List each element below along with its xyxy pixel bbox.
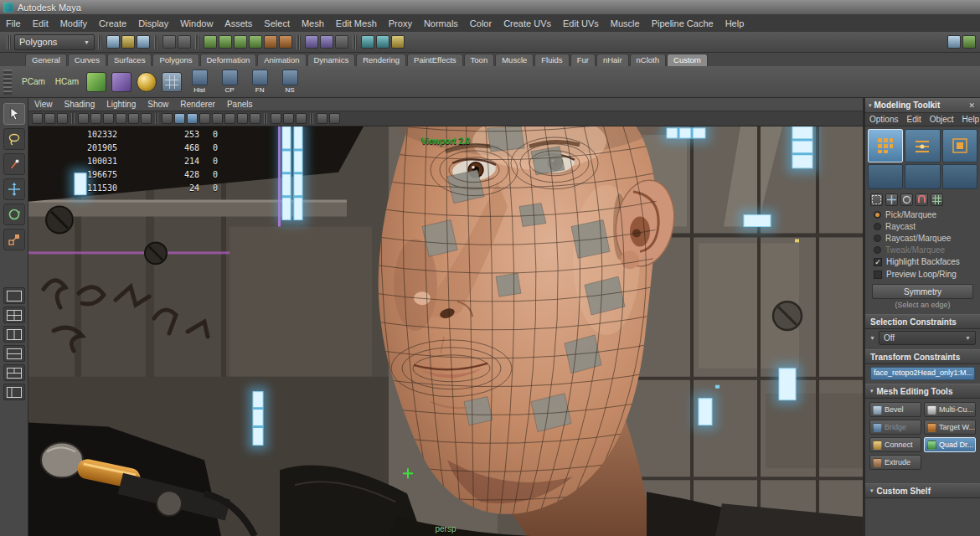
safe-action-icon[interactable]	[128, 113, 139, 124]
shelf-item-hcam[interactable]: HCam	[50, 77, 84, 86]
open-scene-icon[interactable]	[121, 35, 135, 49]
textured-mode-icon[interactable]	[187, 113, 198, 124]
outliner-split-layout-button[interactable]	[3, 384, 25, 400]
mode-tweak-marquee[interactable]: Tweak/Marquee	[865, 244, 980, 255]
menu-normals[interactable]: Normals	[418, 15, 464, 32]
mode-raycast-marquee[interactable]: Raycast/Marquee	[865, 232, 980, 244]
snap-grid-icon[interactable]	[204, 35, 217, 49]
shelf-script-icon[interactable]	[86, 72, 106, 92]
title-bar[interactable]: Autodesk Maya	[0, 0, 980, 15]
panel-menu-shading[interactable]: Shading	[59, 100, 101, 109]
shelf-item-pcam[interactable]: PCam	[17, 77, 50, 86]
marquee-select-icon[interactable]	[870, 193, 883, 206]
two-pane-side-layout-button[interactable]	[3, 326, 25, 343]
menu-create[interactable]: Create	[93, 15, 132, 32]
preview-loop-ring-checkbox[interactable]: Preview Loop/Ring	[865, 268, 980, 281]
constraint-expand-icon[interactable]: ▼	[869, 335, 875, 341]
ipr-render-icon[interactable]	[376, 35, 389, 49]
close-icon[interactable]: ✕	[967, 101, 977, 110]
four-pane-layout-button[interactable]	[3, 307, 25, 323]
exposure-icon[interactable]	[317, 113, 328, 124]
shelf-tab-fluids[interactable]: Fluids	[534, 54, 569, 66]
lasso-tool-icon[interactable]	[3, 128, 25, 150]
shelf-tab-nhair[interactable]: nHair	[596, 54, 629, 66]
section-transform-constraints[interactable]: Transform Constraints	[865, 349, 980, 364]
scale-tool-icon[interactable]	[3, 229, 25, 250]
statusline-grip[interactable]	[297, 35, 301, 49]
use-all-lights-icon[interactable]	[199, 113, 210, 124]
statusline-grip[interactable]	[98, 35, 102, 49]
menu-display[interactable]: Display	[132, 15, 174, 32]
viewport-canvas[interactable]: 1023322530 2019054680 1000312140 1966754…	[28, 126, 863, 536]
construction-history-icon[interactable]	[335, 35, 348, 49]
collapse-icon[interactable]: ▾	[869, 102, 872, 109]
save-scene-icon[interactable]	[137, 35, 150, 49]
isolate-select-icon[interactable]	[296, 113, 307, 124]
menu-create-uvs[interactable]: Create UVs	[498, 15, 557, 32]
snap-surface-icon[interactable]	[264, 35, 277, 49]
object-mode-button[interactable]	[905, 164, 940, 189]
menu-modify[interactable]: Modify	[54, 15, 93, 32]
menu-edit-uvs[interactable]: Edit UVs	[557, 15, 605, 32]
constraint-dropdown[interactable]: Off ▼	[879, 331, 976, 345]
wireframe-mode-icon[interactable]	[162, 113, 173, 124]
snap-view-plane-icon[interactable]	[249, 35, 262, 49]
render-icon[interactable]	[361, 35, 374, 49]
menu-edit[interactable]: Edit	[27, 15, 54, 32]
sidebar-toolkit-icon[interactable]	[962, 35, 976, 49]
section-selection-constraints[interactable]: Selection Constraints	[865, 314, 980, 329]
input-connections-icon[interactable]	[305, 35, 318, 49]
multi-cut-tool-button[interactable]: Multi-Cu...	[924, 402, 976, 417]
shelf-tab-fur[interactable]: Fur	[570, 54, 596, 66]
make-live-icon[interactable]	[279, 35, 292, 49]
snap-point-icon[interactable]	[234, 35, 247, 49]
render-settings-icon[interactable]	[391, 35, 405, 49]
grid-snap-icon[interactable]	[931, 193, 943, 206]
shelf-item-fn[interactable]: FN	[248, 70, 271, 94]
quad-draw-tool-button[interactable]: Quad Dr...	[924, 437, 976, 452]
panel-menu-renderer[interactable]: Renderer	[174, 100, 221, 109]
highlight-backfaces-checkbox[interactable]: ✓ Highlight Backfaces	[865, 255, 980, 268]
paint-select-tool-icon[interactable]	[3, 153, 25, 175]
toolkit-header[interactable]: ▾ Modeling Toolkit ✕	[865, 98, 980, 113]
edge-mode-button[interactable]	[905, 129, 940, 162]
mode-raycast[interactable]: Raycast	[865, 220, 980, 232]
gate-mask-icon[interactable]	[103, 113, 114, 124]
menu-select[interactable]: Select	[258, 15, 296, 32]
drag-select-icon[interactable]	[885, 193, 898, 206]
safe-title-icon[interactable]	[141, 113, 152, 124]
output-connections-icon[interactable]	[320, 35, 333, 49]
shaded-mode-icon[interactable]	[174, 113, 185, 124]
multi-component-button[interactable]	[868, 164, 903, 189]
shelf-tab-general[interactable]: General	[25, 54, 67, 66]
section-custom-shelf[interactable]: ▾ Custom Shelf	[865, 483, 980, 498]
menu-edit-mesh[interactable]: Edit Mesh	[330, 15, 383, 32]
shelf-tab-deformation[interactable]: Deformation	[200, 54, 257, 66]
shelf-tab-polygons[interactable]: Polygons	[152, 54, 199, 66]
statusline-grip[interactable]	[154, 35, 158, 49]
gamma-icon[interactable]	[329, 113, 340, 124]
shadows-icon[interactable]	[212, 113, 223, 124]
xray-joints-icon[interactable]	[283, 113, 294, 124]
shelf-menu-grip[interactable]	[3, 70, 12, 95]
shelf-item-cp[interactable]: CP	[218, 70, 241, 94]
shelf-tab-ncloth[interactable]: nCloth	[630, 54, 666, 66]
rotate-tool-icon[interactable]	[3, 204, 25, 225]
menu-help[interactable]: Help	[720, 15, 750, 32]
shelf-tab-rendering[interactable]: Rendering	[356, 54, 406, 66]
shelf-tab-muscle[interactable]: Muscle	[495, 54, 534, 66]
camera-bookmark-icon[interactable]	[57, 113, 68, 124]
two-pane-stacked-layout-button[interactable]	[3, 345, 25, 362]
section-mesh-editing-tools[interactable]: ▾ Mesh Editing Tools	[865, 384, 980, 399]
menu-muscle[interactable]: Muscle	[605, 15, 646, 32]
move-tool-icon[interactable]	[3, 178, 25, 200]
camera-select-icon[interactable]	[32, 113, 43, 124]
panel-menu-panels[interactable]: Panels	[221, 100, 259, 109]
single-pane-layout-button[interactable]	[3, 287, 25, 304]
shelf-tab-animation[interactable]: Animation	[257, 54, 306, 66]
film-gate-icon[interactable]	[78, 113, 89, 124]
shelf-material-ball-icon[interactable]	[137, 72, 157, 92]
menu-window[interactable]: Window	[174, 15, 219, 32]
extrude-tool-button[interactable]: Extrude	[869, 455, 921, 470]
field-chart-icon[interactable]	[116, 113, 126, 124]
